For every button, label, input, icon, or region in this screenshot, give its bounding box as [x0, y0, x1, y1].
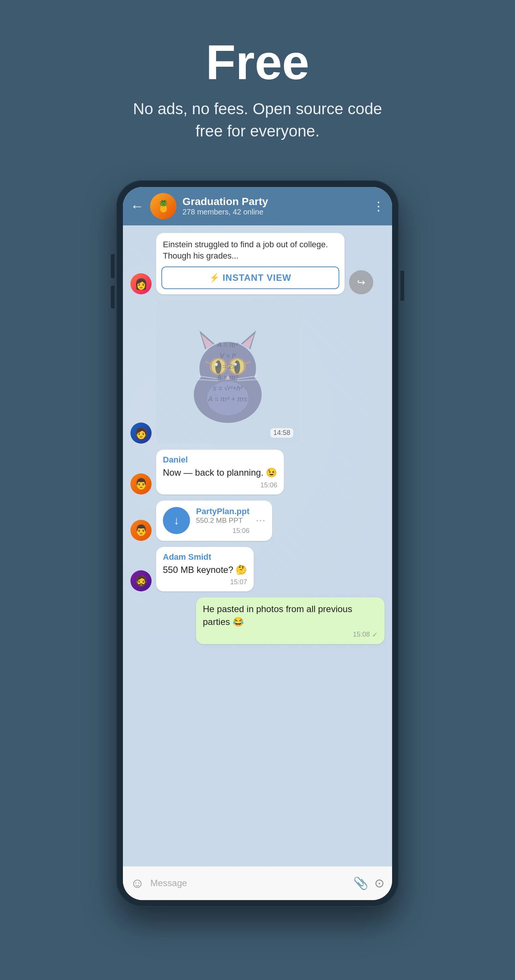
file-bubble: ↓ PartyPlan.ppt 550.2 MB PPT 15:06 ⋯: [156, 501, 272, 541]
group-name: Graduation Party: [182, 196, 367, 208]
daniel-message-row: 👨 Daniel Now — back to planning. 😉 15:06: [131, 450, 384, 495]
file-info: PartyPlan.ppt 550.2 MB PPT 15:06: [196, 507, 250, 535]
daniel-bubble: Daniel Now — back to planning. 😉 15:06: [156, 450, 284, 495]
file-message-row: 👨 ↓ PartyPlan.ppt 550.2 MB PPT 15:06 ⋯: [131, 501, 384, 541]
hero-title: Free: [15, 38, 500, 87]
back-button[interactable]: ←: [131, 199, 144, 213]
avatar-female: 👩: [131, 273, 151, 294]
adam-text: 550 MB keynote? 🤔: [163, 563, 247, 576]
article-message-row: 👩 Einstein struggled to find a job out o…: [131, 233, 384, 295]
lightning-icon: ⚡: [209, 273, 219, 283]
file-time: 15:06: [196, 527, 250, 535]
adam-time: 15:07: [163, 578, 247, 586]
share-button[interactable]: ↪: [349, 270, 373, 294]
file-more-button[interactable]: ⋯: [256, 515, 265, 527]
more-button[interactable]: ⋮: [373, 199, 384, 213]
camera-button[interactable]: ⊙: [375, 876, 384, 890]
download-arrow-icon: ↓: [174, 514, 179, 527]
group-avatar-emoji: 🍍: [156, 199, 171, 213]
phone-screen: ← 🍍 Graduation Party 278 members, 42 onl…: [123, 187, 392, 900]
download-icon-circle[interactable]: ↓: [163, 507, 190, 534]
avatar-male2: 👨: [131, 473, 151, 495]
avatar-male2-file: 👨: [131, 520, 151, 541]
self-message-row: He pasted in photos from all previous pa…: [131, 597, 384, 644]
sticker-message-row: 🧑 A = πr²V = l³P = 2πrA = πr³s = √r²+h²A…: [131, 301, 384, 444]
avatar-male3: 🧔: [131, 570, 151, 592]
read-check-icon: ✓: [372, 631, 378, 639]
file-size: 550.2 MB PPT: [196, 516, 250, 525]
sticker-container: A = πr²V = l³P = 2πrA = πr³s = √r²+h²A =…: [156, 301, 299, 444]
self-text: He pasted in photos from all previous pa…: [203, 603, 378, 628]
daniel-sender: Daniel: [163, 455, 277, 465]
sticker-time: 14:58: [270, 428, 293, 438]
chat-header: ← 🍍 Graduation Party 278 members, 42 onl…: [123, 187, 392, 225]
group-info: Graduation Party 278 members, 42 online: [182, 196, 367, 216]
instant-view-button[interactable]: ⚡ INSTANT VIEW: [161, 266, 339, 289]
daniel-time: 15:06: [163, 481, 277, 489]
input-bar: ☺ Message 📎 ⊙: [123, 866, 392, 900]
chat-body: 👩 Einstein struggled to find a job out o…: [123, 225, 392, 866]
group-avatar: 🍍: [150, 193, 177, 220]
math-background: A = πr²V = l³P = 2πrA = πr³s = √r²+h²A =…: [156, 301, 299, 444]
phone-mockup: ← 🍍 Graduation Party 278 members, 42 onl…: [116, 180, 399, 907]
article-text: Einstein struggled to find a job out of …: [156, 233, 344, 267]
hero-subtitle: No ads, no fees. Open source code free f…: [129, 98, 386, 143]
file-name: PartyPlan.ppt: [196, 507, 250, 516]
adam-bubble: Adam Smidt 550 MB keynote? 🤔 15:07: [156, 547, 254, 592]
self-time: 15:08 ✓: [203, 631, 378, 639]
daniel-text: Now — back to planning. 😉: [163, 466, 277, 479]
self-bubble: He pasted in photos from all previous pa…: [196, 597, 384, 644]
article-bubble: Einstein struggled to find a job out of …: [156, 233, 344, 295]
attach-button[interactable]: 📎: [353, 876, 368, 890]
emoji-button[interactable]: ☺: [131, 875, 144, 891]
message-input-placeholder[interactable]: Message: [150, 878, 347, 888]
phone-outer: ← 🍍 Graduation Party 278 members, 42 onl…: [116, 180, 399, 907]
hero-section: Free No ads, no fees. Open source code f…: [0, 0, 515, 165]
instant-view-label: INSTANT VIEW: [222, 272, 291, 283]
group-members: 278 members, 42 online: [182, 208, 367, 216]
avatar-male1: 🧑: [131, 423, 151, 444]
adam-message-row: 🧔 Adam Smidt 550 MB keynote? 🤔 15:07: [131, 547, 384, 592]
adam-sender: Adam Smidt: [163, 552, 247, 562]
share-icon: ↪: [357, 277, 365, 288]
